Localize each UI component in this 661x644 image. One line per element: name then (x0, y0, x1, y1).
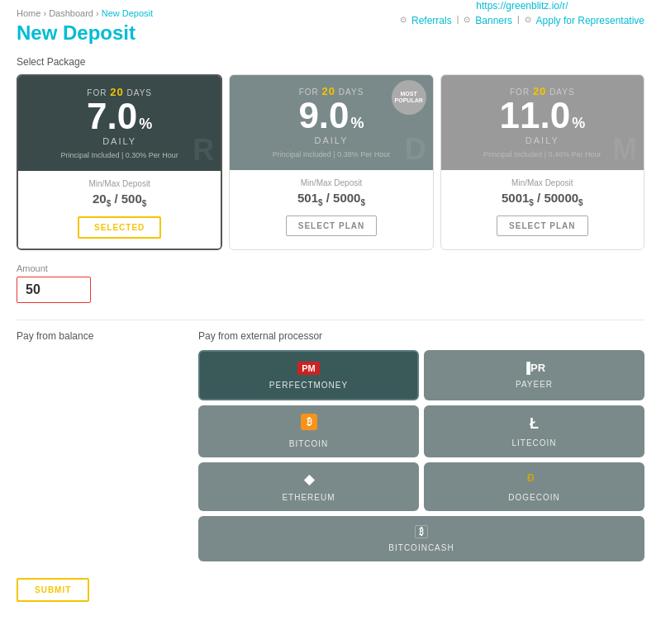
plan1-pct: % (139, 116, 152, 133)
plan1-selected-button[interactable]: SELECTED (78, 216, 161, 239)
referrals-link[interactable]: Referrals (411, 15, 452, 26)
payment-litecoin[interactable]: Ł LITECOIN (424, 405, 644, 457)
litecoin-icon: Ł (430, 415, 638, 433)
plan2-daily: DAILY (238, 135, 424, 145)
amount-section: Amount (17, 263, 644, 303)
breadcrumb-current: New Deposit (102, 8, 153, 18)
payment-ethereum[interactable]: ◆ ETHEREUM (198, 462, 419, 511)
bitcoin-icon: ₿ (205, 414, 412, 433)
bitcoincash-name: BITCOINCASH (388, 543, 454, 552)
package-card-plan3[interactable]: For 20 Days 11.0 % DAILY Principal Inclu… (440, 74, 644, 250)
pay-external-label: Pay from external processor (198, 330, 644, 342)
pay-external-section: Pay from external processor PM PERFECTMO… (198, 330, 644, 561)
amount-label: Amount (17, 263, 644, 273)
most-popular-badge: MOST POPULAR (392, 80, 426, 115)
divider (17, 320, 644, 320)
representative-link[interactable]: Apply for Representative (536, 15, 644, 26)
referral-section: – Your Referral Link – https://greenblit… (400, 0, 644, 26)
referral-icon: ⊙ (400, 15, 407, 26)
payment-grid: PM PERFECTMONEY ▐PR PAYEER ₿ (198, 350, 644, 561)
bitcoin-name: BITCOIN (289, 439, 329, 448)
svg-text:₿: ₿ (306, 416, 311, 427)
plan1-rate: 7.0 (87, 98, 137, 135)
plan3-daily: DAILY (449, 135, 635, 145)
plan2-select-button[interactable]: SELECT PLAN (286, 215, 377, 236)
banners-link[interactable]: Banners (475, 15, 512, 26)
payment-bitcoin[interactable]: ₿ BITCOIN (198, 405, 419, 457)
plan1-principal: Principal Included | 0.30% Per Hour (26, 151, 212, 159)
eye-icon: ⊙ (464, 15, 470, 26)
plan3-minmax-label: Min/Max Deposit (448, 178, 637, 187)
plan3-pct: % (572, 115, 585, 132)
package-card-plan1[interactable]: For 20 Days 7.0 % DAILY Principal Includ… (17, 74, 222, 250)
ethereum-icon: ◆ (205, 471, 412, 487)
pay-section: Pay from balance Pay from external proce… (17, 330, 644, 561)
plan3-rate: 11.0 (499, 97, 570, 134)
payment-dogecoin[interactable]: Ð DOGECOIN (424, 462, 644, 511)
package-card-plan2[interactable]: For 20 Days 9.0 % DAILY Principal Includ… (229, 74, 433, 250)
plan1-daily: DAILY (26, 136, 212, 146)
pay-balance-label: Pay from balance (17, 330, 182, 342)
page-title-colored: Deposit (63, 21, 136, 44)
plan2-top: For 20 Days 9.0 % DAILY Principal Includ… (230, 75, 432, 170)
payment-perfectmoney[interactable]: PM PERFECTMONEY (198, 350, 419, 400)
packages-row: For 20 Days 7.0 % DAILY Principal Includ… (17, 74, 644, 250)
plan2-principal: Principal Included | 0.38% Per Hour (238, 150, 424, 159)
plan3-bottom: Min/Max Deposit 5001$ / 50000$ SELECT PL… (441, 170, 644, 246)
plan2-rate: 9.0 (298, 97, 349, 134)
plan2-bottom: Min/Max Deposit 501$ / 5000$ SELECT PLAN (230, 170, 432, 246)
plan1-bottom: Min/Max Deposit 20$ / 500$ SELECTED (18, 171, 221, 249)
plan1-minmax-values: 20$ / 500$ (25, 192, 214, 208)
payeer-name: PAYEER (516, 380, 553, 389)
plan2-minmax-values: 501$ / 5000$ (236, 191, 426, 207)
plan1-minmax-label: Min/Max Deposit (25, 179, 214, 188)
bitcoincash-icon: ₿ (205, 524, 638, 537)
submit-button[interactable]: SUBMIT (17, 578, 89, 602)
plan3-select-button[interactable]: SELECT PLAN (497, 215, 587, 236)
amount-input[interactable] (17, 277, 91, 303)
breadcrumb-home[interactable]: Home (17, 8, 40, 18)
page-title-plain: New (17, 21, 63, 44)
payment-bitcoincash[interactable]: ₿ BITCOINCASH (198, 516, 644, 561)
litecoin-name: LITECOIN (511, 438, 556, 447)
plan3-minmax-values: 5001$ / 50000$ (448, 191, 637, 207)
pm-icon: PM (207, 360, 411, 375)
plan3-top: For 20 Days 11.0 % DAILY Principal Inclu… (441, 75, 644, 170)
breadcrumb-dashboard[interactable]: Dashboard (49, 8, 93, 18)
payment-payeer[interactable]: ▐PR PAYEER (424, 350, 644, 400)
plan1-top: For 20 Days 7.0 % DAILY Principal Includ… (18, 76, 221, 171)
plan2-pct: % (351, 115, 364, 132)
dogecoin-name: DOGECOIN (508, 493, 559, 502)
plan3-principal: Principal Included | 0.46% Per Hour (449, 150, 635, 159)
referral-url[interactable]: https://greenblitz.io/r/ (476, 0, 568, 12)
pm-name: PERFECTMONEY (269, 381, 348, 390)
plan2-minmax-label: Min/Max Deposit (236, 178, 426, 187)
select-package-label: Select Package (17, 56, 644, 68)
pay-balance-section: Pay from balance (17, 330, 182, 561)
pm-icon-inner: PM (297, 362, 320, 375)
payeer-icon: ▐PR (430, 362, 638, 374)
svg-text:Ð: Ð (527, 472, 535, 484)
ethereum-name: ETHEREUM (282, 493, 335, 502)
submit-section: SUBMIT (17, 578, 644, 602)
user-icon: ⊙ (525, 15, 531, 26)
dogecoin-icon: Ð (430, 471, 638, 487)
